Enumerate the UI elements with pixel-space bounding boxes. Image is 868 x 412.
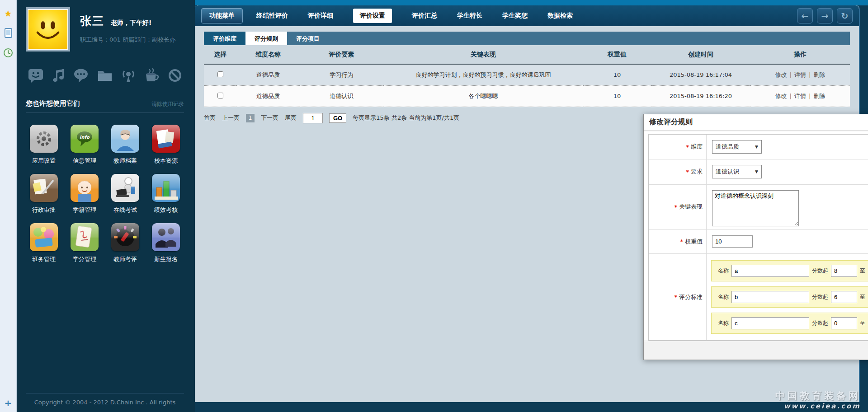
app-学籍管理[interactable]: 学籍管理 — [66, 174, 103, 214]
suggest-title: 您也许想使用它们 — [26, 99, 80, 108]
criteria-from-input[interactable] — [831, 317, 857, 329]
row-checkbox[interactable] — [217, 93, 223, 98]
table-row: 道德品质 学习行为 良好的学习计划，良好的预习习惯，良好的课后巩固 10 201… — [204, 64, 850, 85]
separator: | — [790, 93, 792, 99]
app-应用设置[interactable]: 应用设置 — [26, 125, 62, 165]
dimension-select[interactable]: 道德品质 ▼ — [712, 140, 762, 154]
app-label: 校本资源 — [154, 157, 178, 165]
user-meta: 职工编号：001 所属部门：副校长办 — [80, 36, 175, 44]
tab-数据检索[interactable]: 数据检索 — [547, 12, 573, 20]
required-mark: * — [675, 294, 678, 300]
delete-link[interactable]: 删除 — [813, 93, 825, 99]
tab-终结性评价[interactable]: 终结性评价 — [256, 12, 288, 20]
to-label: 至 — [860, 293, 865, 301]
detail-link[interactable]: 详情 — [794, 71, 806, 78]
go-button[interactable]: GO — [329, 113, 346, 123]
cell-behavior: 各个嗯嗯嗯 — [383, 85, 583, 107]
app-班务管理[interactable]: 班务管理 — [26, 223, 62, 263]
page-number-input[interactable] — [303, 113, 323, 123]
block-icon[interactable] — [168, 68, 182, 83]
app-新生报名[interactable]: 新生报名 — [148, 223, 184, 263]
app-label: 信息管理 — [73, 157, 96, 165]
delete-link[interactable]: 删除 — [813, 71, 825, 78]
app-绩效考核[interactable]: 绩效考核 — [148, 174, 184, 214]
tab-评价设置[interactable]: 评价设置 — [353, 9, 392, 23]
menu-button[interactable]: 功能菜单 — [201, 8, 243, 23]
first-page-link[interactable]: 首页 — [204, 114, 216, 122]
rules-table: 选择 维度名称 评价要素 关键表现 权重值 创建时间 操作 道德品质 学习行为 — [204, 45, 850, 107]
edit-link[interactable]: 修改 — [775, 71, 787, 78]
approval-doc-icon — [30, 174, 58, 202]
forward-arrow-button[interactable]: → — [817, 8, 833, 23]
edit-rule-modal: 修改评分规则 × *维度 道德品质 ▼ *要求 — [643, 114, 868, 360]
behavior-textarea[interactable]: 对道德的概念认识深刻 — [712, 190, 799, 226]
comments-icon[interactable] — [73, 68, 89, 83]
cell-weight: 10 — [583, 64, 651, 85]
device-icon[interactable] — [5, 28, 12, 38]
clear-history-link[interactable]: 清除使用记录 — [151, 100, 184, 108]
subtab-评分项目[interactable]: 评分项目 — [287, 32, 329, 45]
weight-input[interactable] — [712, 235, 753, 248]
app-教师考评[interactable]: 教师考评 — [107, 223, 143, 263]
tab-评价汇总[interactable]: 评价汇总 — [412, 12, 437, 20]
score-from-label: 分数起 — [812, 319, 828, 327]
broadcast-icon[interactable] — [121, 68, 136, 83]
col-select: 选择 — [204, 45, 236, 64]
required-mark: * — [680, 238, 684, 245]
app-label: 学籍管理 — [73, 206, 96, 214]
subtab-bar: 评价维度 评分规则 评分项目 — [204, 32, 850, 45]
app-学分管理[interactable]: 学分管理 — [66, 223, 103, 263]
app-校本资源[interactable]: 校本资源 — [148, 125, 184, 165]
score-from-label: 分数起 — [812, 267, 828, 275]
edit-link[interactable]: 修改 — [775, 93, 787, 99]
edit-rule-form: *维度 道德品质 ▼ *要求 道德认识 ▼ — [648, 134, 868, 341]
app-在线考试[interactable]: 在线考试 — [107, 174, 143, 214]
prev-page-link[interactable]: 上一页 — [222, 114, 240, 122]
student-girl-icon — [71, 174, 99, 202]
cell-created: 2015-08-19 16:16:20 — [651, 85, 750, 107]
tab-学生奖惩[interactable]: 学生奖惩 — [502, 12, 528, 20]
resources-doc-icon — [152, 125, 180, 153]
subtab-评分规则[interactable]: 评分规则 — [245, 32, 287, 45]
separator: | — [809, 71, 811, 78]
pagination-summary: 每页显示15条 共2条 当前为第1页/共1页 — [353, 114, 459, 122]
subtab-评价维度[interactable]: 评价维度 — [204, 32, 245, 45]
clock-icon[interactable] — [3, 48, 13, 58]
app-grid: 应用设置 info 信息管理 教师档案 校本资源 行政审批 — [26, 125, 184, 263]
next-page-link[interactable]: 下一页 — [261, 114, 278, 122]
chat-icon[interactable] — [28, 68, 44, 83]
cell-behavior: 良好的学习计划，良好的预习习惯，良好的课后巩固 — [383, 64, 583, 85]
favorite-star-icon[interactable]: ★ — [4, 9, 12, 18]
settings-gear-icon — [30, 125, 58, 153]
requirement-select[interactable]: 道德认识 ▼ — [712, 165, 762, 178]
app-label: 应用设置 — [32, 157, 56, 165]
criteria-from-input[interactable] — [831, 265, 857, 277]
avatar[interactable] — [26, 7, 70, 52]
criteria-name-input[interactable] — [731, 317, 809, 329]
criteria-name-input[interactable] — [731, 265, 809, 277]
music-icon[interactable] — [52, 68, 65, 83]
criteria-name-input[interactable] — [731, 291, 809, 303]
row-checkbox[interactable] — [217, 71, 223, 77]
last-page-link[interactable]: 尾页 — [285, 114, 297, 122]
folder-icon[interactable] — [97, 69, 113, 82]
top-navbar: 功能菜单 终结性评价 评价详细 评价设置 评价汇总 学生特长 学生奖惩 数据检索… — [195, 5, 859, 26]
app-label: 学分管理 — [73, 255, 96, 263]
app-教师档案[interactable]: 教师档案 — [107, 125, 143, 165]
cell-dimension: 道德品质 — [236, 85, 300, 107]
back-arrow-button[interactable]: ← — [797, 8, 813, 23]
tab-评价详细[interactable]: 评价详细 — [308, 12, 333, 20]
detail-link[interactable]: 详情 — [794, 93, 806, 99]
app-行政审批[interactable]: 行政审批 — [26, 174, 62, 214]
coffee-icon[interactable] — [144, 68, 160, 83]
criteria-from-input[interactable] — [831, 291, 857, 303]
rail-plus-icon[interactable]: + — [0, 398, 16, 408]
tab-学生特长[interactable]: 学生特长 — [457, 12, 482, 20]
app-信息管理[interactable]: info 信息管理 — [66, 125, 103, 165]
dimension-label: 维度 — [691, 143, 703, 151]
name-label: 名称 — [718, 293, 729, 301]
score-from-label: 分数起 — [812, 293, 828, 301]
refresh-button[interactable]: ↻ — [837, 8, 853, 23]
app-label: 绩效考核 — [154, 206, 178, 214]
separator: | — [809, 93, 811, 99]
